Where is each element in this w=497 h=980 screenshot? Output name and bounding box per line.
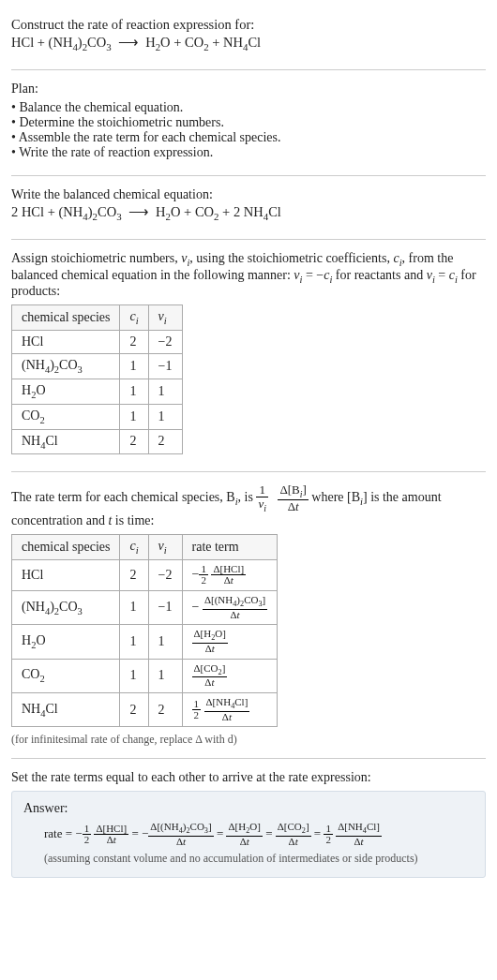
cell-species: (NH4)2CO3: [12, 590, 120, 624]
col-vi: νi: [148, 305, 182, 331]
frac-num: Δ[CO2]: [276, 822, 311, 837]
plan-item: Write the rate of reaction expression.: [11, 145, 486, 160]
frac-den: Δt: [211, 575, 246, 587]
cell-ci: 2: [120, 331, 148, 354]
col-species: chemical species: [12, 305, 120, 331]
frac-num: Δ[H2O]: [192, 629, 228, 644]
frac-den: Δt: [192, 677, 228, 689]
cell-vi: −1: [148, 354, 182, 379]
divider: [11, 69, 486, 70]
table-row: (NH4)2CO3 1 −1 − Δ[(NH4)2CO3] Δt: [12, 590, 278, 624]
term-frac: Δ[H2O]Δt: [226, 822, 262, 847]
cell-species: HCl: [12, 331, 120, 354]
frac-den: Δt: [278, 500, 308, 513]
cell-ci: 2: [120, 429, 148, 454]
cell-vi: −2: [148, 559, 182, 590]
answer-term: −Δ[(NH4)2CO3]Δt: [142, 826, 217, 840]
rateterm-table: chemical species ci νi rate term HCl 2 −…: [11, 534, 278, 727]
frac-num: 1: [256, 483, 268, 497]
cell-vi: 2: [148, 692, 182, 726]
answer-term: 12 Δ[NH4Cl]Δt: [324, 826, 382, 840]
cell-ci: 1: [120, 590, 148, 624]
cell-species: NH4Cl: [12, 692, 120, 726]
frac-den: Δt: [226, 837, 262, 848]
col-species: chemical species: [12, 534, 120, 559]
cell-rate: − Δ[(NH4)2CO3] Δt: [182, 590, 278, 624]
answer-note: (assuming constant volume and no accumul…: [44, 852, 474, 866]
table-row: HCl 2 −2 −12 Δ[HCl] Δt: [12, 559, 278, 590]
intro-section: Construct the rate of reaction expressio…: [11, 9, 486, 66]
cell-species: NH4Cl: [12, 429, 120, 454]
cell-ci: 1: [120, 625, 148, 659]
cell-rate: Δ[CO2] Δt: [182, 659, 278, 692]
table-header-row: chemical species ci νi: [12, 305, 183, 331]
divider: [11, 239, 486, 240]
cell-species: H2O: [12, 379, 120, 404]
answer-term: −12 Δ[HCl]Δt: [75, 826, 131, 840]
answer-term: Δ[CO2]Δt: [276, 826, 314, 840]
final-heading: Set the rate terms equal to each other t…: [11, 770, 486, 785]
rateterm-note: (for infinitesimal rate of change, repla…: [11, 733, 486, 747]
cell-vi: 1: [148, 625, 182, 659]
table-row: HCl 2 −2: [12, 331, 183, 354]
rate-frac: Δ[HCl] Δt: [211, 564, 246, 587]
frac-num: Δ[(NH4)2CO3]: [203, 595, 267, 610]
divider: [11, 471, 486, 472]
term-prefix: −: [142, 826, 148, 840]
frac-num: Δ[CO2]: [192, 663, 228, 678]
rate-frac: Δ[(NH4)2CO3] Δt: [203, 595, 267, 620]
frac-den: Δt: [204, 712, 250, 723]
cell-ci: 1: [120, 379, 148, 404]
cell-rate: 12 Δ[NH4Cl] Δt: [182, 692, 278, 726]
frac-num: Δ[NH4Cl]: [204, 697, 250, 712]
term-frac: Δ[NH4Cl]Δt: [336, 822, 382, 847]
table-row: H2O 1 1 Δ[H2O] Δt: [12, 625, 278, 659]
cell-vi: 1: [148, 404, 182, 429]
intro-title: Construct the rate of reaction expressio…: [11, 17, 486, 33]
rate-frac: Δ[H2O] Δt: [192, 629, 228, 654]
term-frac: Δ[HCl]Δt: [94, 824, 128, 846]
cell-vi: 2: [148, 429, 182, 454]
stoich-table: chemical species ci νi HCl 2 −2 (NH4)2CO…: [11, 304, 183, 454]
cell-rate: −12 Δ[HCl] Δt: [182, 559, 278, 590]
cell-species: H2O: [12, 625, 120, 659]
col-ci: ci: [120, 305, 148, 331]
answer-title: Answer:: [23, 801, 474, 816]
frac-num: Δ[H2O]: [226, 822, 262, 837]
plan-item: Determine the stoichiometric numbers.: [11, 115, 486, 130]
col-rate: rate term: [182, 534, 278, 559]
plan-list: Balance the chemical equation. Determine…: [11, 100, 486, 160]
cell-ci: 1: [120, 659, 148, 692]
cell-vi: 1: [148, 659, 182, 692]
answer-term: Δ[H2O]Δt: [226, 826, 265, 840]
cell-species: CO2: [12, 404, 120, 429]
frac-den: Δt: [94, 835, 128, 846]
cell-species: CO2: [12, 659, 120, 692]
table-row: CO2 1 1 Δ[CO2] Δt: [12, 659, 278, 692]
divider: [11, 758, 486, 759]
rateterm-text: The rate term for each chemical species,…: [11, 483, 486, 527]
frac-den: Δt: [336, 837, 382, 848]
balanced-section: Write the balanced chemical equation: 2 …: [11, 180, 486, 235]
table-row: NH4Cl 2 2 12 Δ[NH4Cl] Δt: [12, 692, 278, 726]
balanced-heading: Write the balanced chemical equation:: [11, 187, 486, 202]
frac-den: Δt: [276, 837, 311, 848]
frac-num: Δ[(NH4)2CO3]: [148, 822, 213, 837]
frac-den: Δt: [192, 644, 228, 655]
cell-ci: 1: [120, 404, 148, 429]
rate-frac: Δ[CO2] Δt: [192, 663, 228, 689]
term-frac: Δ[CO2]Δt: [276, 822, 311, 847]
assign-text: Assign stoichiometric numbers, νi, using…: [11, 251, 486, 300]
col-ci: ci: [120, 534, 148, 559]
table-row: CO2 1 1: [12, 404, 183, 429]
assign-section: Assign stoichiometric numbers, νi, using…: [11, 244, 486, 468]
term-prefix: −12: [75, 826, 94, 840]
table-row: H2O 1 1: [12, 379, 183, 404]
rateterm-inner-frac: Δ[Bi] Δt: [278, 483, 308, 512]
col-vi: νi: [148, 534, 182, 559]
cell-ci: 2: [120, 692, 148, 726]
answer-lead: rate =: [44, 826, 75, 840]
frac-den: Δt: [148, 837, 213, 848]
rateterm-section: The rate term for each chemical species,…: [11, 476, 486, 754]
term-prefix: 12: [324, 826, 336, 840]
